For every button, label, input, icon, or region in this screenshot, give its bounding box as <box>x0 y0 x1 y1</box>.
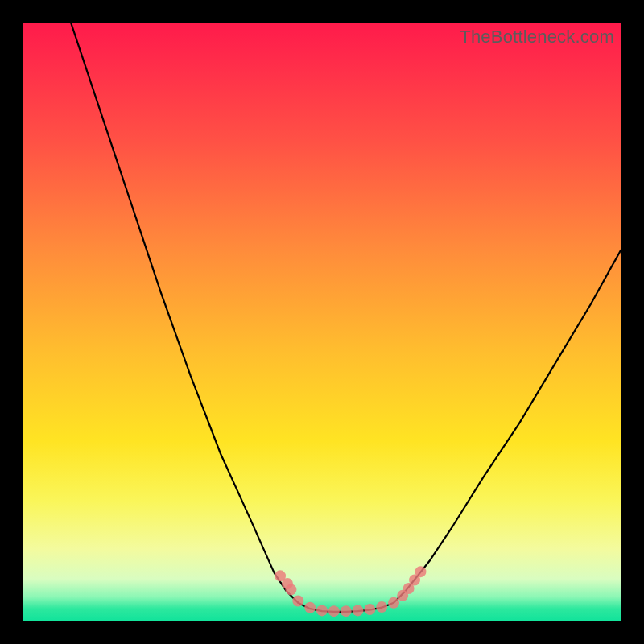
plot-area: TheBottleneck.com <box>23 23 621 621</box>
threshold-marker <box>304 602 316 613</box>
threshold-marker <box>353 605 364 616</box>
chart-frame: TheBottleneck.com <box>0 0 644 644</box>
threshold-marker <box>341 605 352 617</box>
curve-left-arm <box>71 23 298 603</box>
threshold-marker <box>415 566 426 577</box>
threshold-marker <box>292 596 303 607</box>
threshold-marker <box>364 604 375 615</box>
threshold-marker <box>328 605 340 617</box>
threshold-marker <box>285 584 296 595</box>
threshold-markers <box>275 566 426 617</box>
curve-layer <box>23 23 621 621</box>
threshold-marker <box>376 601 387 613</box>
threshold-marker <box>316 605 328 616</box>
curve-right-arm <box>394 250 621 603</box>
threshold-marker <box>388 597 399 609</box>
